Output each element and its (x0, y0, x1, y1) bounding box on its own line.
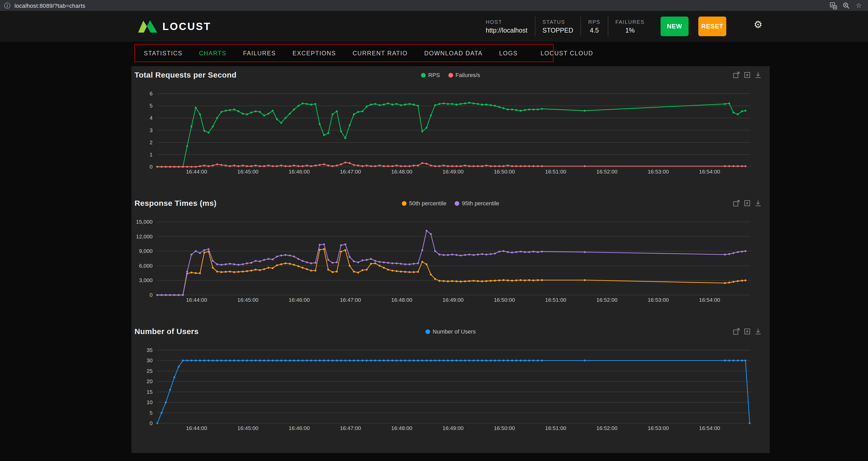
tab-locust-cloud[interactable]: LOCUST CLOUD (532, 50, 601, 56)
zoom-icon[interactable] (733, 72, 740, 78)
95th-percentile-point (464, 254, 466, 256)
95th-percentile-point (332, 262, 333, 264)
restore-icon[interactable] (744, 72, 751, 78)
number-of-users-point (156, 422, 158, 424)
50th-percentile-point (486, 280, 487, 282)
number-of-users-point (426, 360, 428, 361)
50th-percentile-point (511, 280, 513, 282)
failures-s-point (396, 165, 398, 166)
tab-download-data[interactable]: DOWNLOAD DATA (416, 50, 491, 56)
x-tick-label: 16:51:00 (545, 169, 566, 174)
y-tick-label: 30 (147, 357, 153, 363)
restore-icon[interactable] (744, 200, 751, 206)
tab-statistics[interactable]: STATISTICS (135, 50, 191, 56)
legend-label: 95th percentile (462, 200, 499, 206)
save-image-icon[interactable] (755, 72, 762, 78)
legend-item-rps[interactable]: RPS (421, 72, 440, 78)
tab-current-ratio[interactable]: CURRENT RATIO (344, 50, 416, 56)
50th-percentile-point (447, 281, 449, 282)
number-of-users-point (396, 360, 398, 361)
x-tick-label: 16:49:00 (442, 425, 464, 431)
translate-icon[interactable]: A (830, 2, 837, 9)
95th-percentile-point (370, 258, 372, 260)
tab-logs[interactable]: LOGS (491, 50, 526, 56)
zoom-level-icon[interactable] (843, 2, 850, 9)
users-chart-plot[interactable]: 0510152025303516:44:0016:45:0016:46:0016… (131, 338, 770, 441)
charts-panel: Total Requests per Second RPSFailures/s … (131, 66, 770, 453)
50th-percentile-point (434, 278, 436, 280)
x-tick-label: 16:44:00 (186, 297, 207, 303)
rps-chart-plot[interactable]: 012345616:44:0016:45:0016:46:0016:47:001… (131, 82, 770, 185)
95th-percentile-point (366, 259, 368, 261)
locust-logo[interactable]: LOCUST (138, 11, 211, 42)
bookmark-star-icon[interactable]: ☆ (856, 2, 862, 9)
number-of-users-point (276, 360, 278, 361)
failures-s-point (494, 165, 496, 167)
legend-item-number-of-users[interactable]: Number of Users (426, 328, 476, 335)
failures-s-point (178, 166, 180, 168)
number-of-users-point (259, 360, 261, 361)
95th-percentile-point (327, 259, 329, 261)
x-tick-label: 16:54:00 (699, 169, 720, 174)
reset-button[interactable]: RESET (698, 17, 726, 36)
rps-point (460, 103, 462, 105)
failures-s-point (724, 165, 726, 167)
legend-item-95th-percentile[interactable]: 95th percentile (455, 200, 499, 206)
failures-s-point (220, 164, 222, 166)
95th-percentile-point (212, 260, 214, 262)
95th-percentile-point (728, 253, 730, 255)
95th-percentile-line (157, 231, 745, 295)
number-of-users-point (434, 360, 436, 361)
response-times-chart-plot[interactable]: 03,0006,0009,00012,00015,00016:44:0016:4… (131, 210, 770, 314)
tab-exceptions[interactable]: EXCEPTIONS (284, 50, 344, 56)
settings-gear-icon[interactable]: ⚙ (754, 20, 763, 30)
nav-tabs: STATISTICSCHARTSFAILURESEXCEPTIONSCURREN… (135, 44, 601, 62)
rps-point (302, 102, 303, 104)
number-of-users-point (310, 360, 312, 361)
rps-line (157, 103, 745, 167)
number-of-users-point (272, 360, 274, 361)
save-image-icon[interactable] (755, 328, 762, 335)
site-info-icon[interactable]: ⓘ (4, 2, 10, 8)
failures-s-point (229, 165, 231, 167)
number-of-users-point (186, 360, 188, 361)
url-text[interactable]: localhost:8089/?tab=charts (14, 2, 85, 8)
number-of-users-point (284, 360, 286, 361)
stat-label: HOST (486, 19, 527, 25)
y-tick-label: 15,000 (136, 219, 153, 225)
50th-percentile-point (229, 271, 231, 272)
failures-s-point (298, 165, 299, 167)
y-tick-label: 4 (150, 115, 153, 121)
number-of-users-point (174, 376, 175, 378)
number-of-users-point (293, 360, 295, 361)
restore-icon[interactable] (744, 328, 751, 335)
legend-item-failures-s[interactable]: Failures/s (448, 72, 480, 78)
50th-percentile-point (477, 280, 479, 282)
save-image-icon[interactable] (755, 200, 762, 206)
x-tick-label: 16:53:00 (648, 297, 669, 303)
tab-failures[interactable]: FAILURES (235, 50, 284, 56)
50th-percentile-point (396, 270, 398, 272)
failures-s-point (477, 165, 479, 167)
rps-point (490, 104, 492, 106)
failures-s-point (314, 165, 316, 166)
zoom-icon[interactable] (733, 328, 740, 335)
failures-s-point (520, 165, 521, 167)
number-of-users-point (238, 360, 239, 361)
failures-s-point (246, 165, 248, 167)
number-of-users-point (233, 360, 235, 361)
rps-point (199, 113, 201, 115)
failures-s-point (537, 165, 538, 167)
new-button[interactable]: NEW (660, 17, 688, 36)
tab-charts[interactable]: CHARTS (191, 50, 235, 56)
95th-percentile-point (229, 263, 231, 265)
legend-item-50th-percentile[interactable]: 50th percentile (402, 200, 446, 206)
rps-point (733, 112, 734, 113)
zoom-icon[interactable] (733, 200, 740, 206)
y-tick-label: 6 (150, 91, 153, 96)
number-of-users-point (464, 360, 466, 361)
95th-percentile-point (494, 253, 496, 255)
95th-percentile-point (396, 262, 398, 264)
95th-percentile-point (460, 255, 462, 257)
50th-percentile-point (426, 263, 428, 265)
